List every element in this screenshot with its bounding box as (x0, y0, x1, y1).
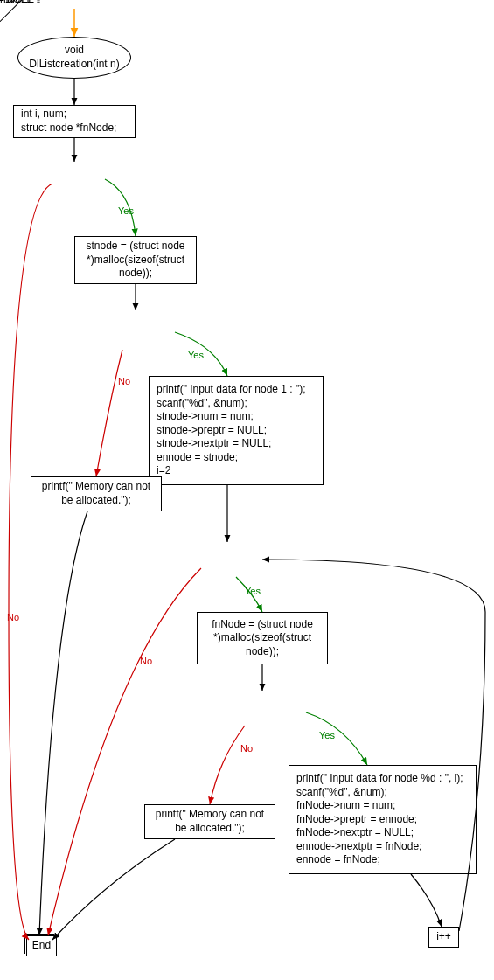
end-node: End (26, 935, 57, 956)
d2-yes-label: Yes (188, 350, 204, 360)
flowchart-canvas: void DlListcreation(int n) int i, num; s… (0, 0, 494, 980)
err1-label: printf(" Memory can not be allocated."); (38, 480, 154, 507)
inc-node: i++ (428, 927, 459, 948)
alloc1-label: stnode = (struct node *)malloc(sizeof(st… (82, 240, 189, 281)
d3-no-label: No (140, 656, 152, 666)
d3-yes-label: Yes (245, 586, 261, 596)
alloc2-label: fnNode = (struct node *)malloc(sizeof(st… (205, 618, 320, 659)
init1-label: printf(" Input data for node 1 : "); sca… (157, 383, 306, 478)
err1-node: printf(" Memory can not be allocated."); (31, 476, 162, 511)
alloc2-node: fnNode = (struct node *)malloc(sizeof(st… (197, 612, 328, 664)
inc-label: i++ (436, 930, 451, 944)
init2-label: printf(" Input data for node %d : ", i);… (296, 772, 463, 867)
init1-node: printf(" Input data for node 1 : "); sca… (149, 376, 324, 485)
alloc1-node: stnode = (struct node *)malloc(sizeof(st… (74, 236, 197, 284)
d4-yes-label: Yes (319, 730, 335, 740)
d1-yes-label: Yes (118, 205, 134, 216)
err2-node: printf(" Memory can not be allocated."); (144, 804, 275, 839)
start-label: void DlListcreation(int n) (25, 44, 123, 71)
init2-node: printf(" Input data for node %d : ", i);… (289, 765, 477, 874)
err2-label: printf(" Memory can not be allocated."); (152, 808, 268, 835)
d2-no-label: No (118, 376, 130, 386)
decl-label: int i, num; struct node *fnNode; (21, 108, 116, 135)
d1-no-label: No (7, 612, 19, 622)
decl-node: int i, num; struct node *fnNode; (13, 105, 136, 138)
d4-no-label: No (240, 743, 253, 754)
start-node: void DlListcreation(int n) (17, 37, 131, 79)
d4-label: fnNode != NULL ? (0, 0, 46, 5)
end-label: End (32, 939, 51, 953)
